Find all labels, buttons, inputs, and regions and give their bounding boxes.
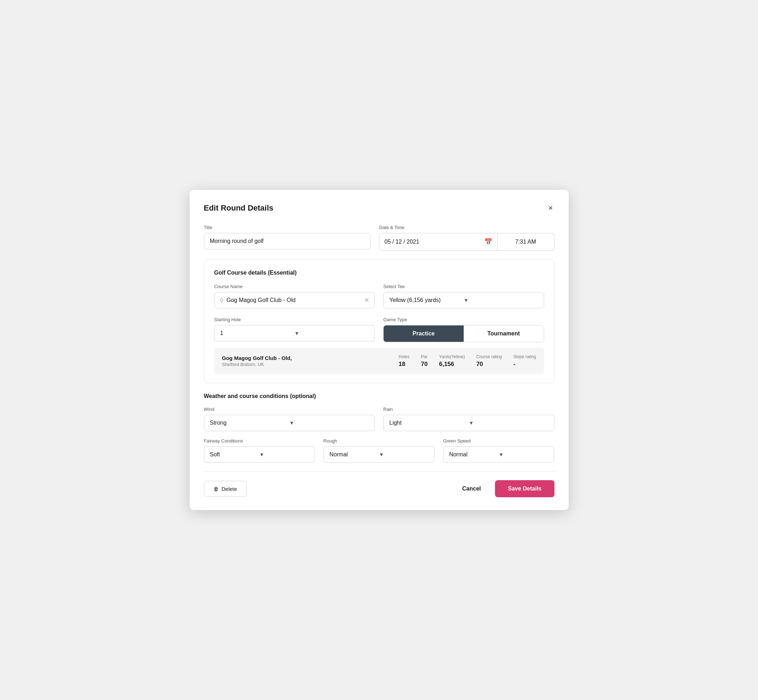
course-info-name-block: Gog Magog Golf Club - Old, Shelford Bott… [222, 355, 399, 367]
course-rating-stat: Course rating 70 [476, 354, 502, 368]
course-name-label: Course Name [214, 284, 375, 289]
rain-dropdown[interactable]: Light ▼ [383, 415, 554, 431]
rough-label: Rough [324, 438, 434, 444]
edit-round-modal: Edit Round Details × Title Date & Time 0… [190, 190, 568, 510]
delete-button[interactable]: 🗑 Delete [204, 481, 247, 497]
holes-stat: Holes 18 [399, 354, 410, 368]
date-time-inputs: 05 / 12 / 2021 📅 7:31 AM [379, 233, 554, 251]
divider [204, 471, 554, 472]
course-info-name: Gog Magog Golf Club - Old, [222, 355, 399, 361]
datetime-group: Date & Time 05 / 12 / 2021 📅 7:31 AM [379, 225, 554, 251]
chevron-down-icon: ▼ [498, 452, 548, 458]
chevron-down-icon: ▼ [469, 420, 548, 426]
date-value: 05 / 12 / 2021 [384, 239, 419, 245]
tournament-toggle-button[interactable]: Tournament [464, 325, 544, 342]
course-name-search[interactable]: ⚲ ✕ [214, 292, 375, 308]
green-speed-label: Green Speed [443, 438, 554, 444]
course-name-group: Course Name ⚲ ✕ [214, 284, 375, 308]
course-rating-value: 70 [476, 361, 502, 368]
slope-rating-value: - [513, 361, 536, 368]
slope-rating-stat: Slope rating - [513, 354, 536, 368]
chevron-down-icon: ▼ [464, 297, 538, 303]
title-label: Title [204, 225, 371, 230]
hole-gametype-row: Starting Hole 1 ▼ Game Type Practice Tou… [214, 317, 544, 342]
starting-hole-dropdown[interactable]: 1 ▼ [214, 325, 375, 341]
par-label: Par [421, 354, 428, 359]
select-tee-dropdown[interactable]: Yellow (6,156 yards) ▼ [383, 292, 544, 308]
chevron-down-icon: ▼ [289, 420, 369, 426]
rain-label: Rain [383, 406, 554, 412]
chevron-down-icon: ▼ [294, 330, 369, 336]
time-input[interactable]: 7:31 AM [498, 233, 554, 251]
wind-label: Wind [204, 406, 375, 412]
rough-dropdown[interactable]: Normal ▼ [324, 446, 434, 463]
rain-group: Rain Light ▼ [383, 406, 554, 431]
fairway-group: Fairway Conditions Soft ▼ [204, 438, 315, 463]
fairway-label: Fairway Conditions [204, 438, 315, 444]
golf-course-title: Golf Course details (Essential) [214, 270, 544, 276]
course-name-input[interactable] [227, 297, 362, 303]
rough-group: Rough Normal ▼ [324, 438, 434, 463]
yards-label: Yards(Yellow) [439, 354, 465, 359]
select-tee-label: Select Tee [383, 284, 544, 289]
starting-hole-label: Starting Hole [214, 317, 375, 322]
slope-rating-label: Slope rating [513, 354, 536, 359]
starting-hole-group: Starting Hole 1 ▼ [214, 317, 375, 341]
holes-value: 18 [399, 361, 410, 368]
course-tee-row: Course Name ⚲ ✕ Select Tee Yellow (6,156… [214, 284, 544, 308]
fairway-rough-green-row: Fairway Conditions Soft ▼ Rough Normal ▼… [204, 438, 554, 463]
course-stats: Holes 18 Par 70 Yards(Yellow) 6,156 Cour… [399, 354, 536, 368]
wind-rain-row: Wind Strong ▼ Rain Light ▼ [204, 406, 554, 431]
select-tee-group: Select Tee Yellow (6,156 yards) ▼ [383, 284, 544, 308]
practice-toggle-button[interactable]: Practice [384, 325, 464, 342]
modal-header: Edit Round Details × [204, 203, 554, 213]
weather-section: Weather and course conditions (optional)… [204, 393, 554, 463]
rain-value: Light [389, 420, 469, 426]
par-value: 70 [421, 361, 428, 368]
course-info-location: Shelford Bottom, UK [222, 362, 399, 367]
weather-section-title: Weather and course conditions (optional) [204, 393, 554, 400]
wind-group: Wind Strong ▼ [204, 406, 375, 431]
game-type-label: Game Type [383, 317, 544, 322]
wind-value: Strong [210, 420, 289, 426]
cancel-button[interactable]: Cancel [457, 482, 487, 495]
yards-stat: Yards(Yellow) 6,156 [439, 354, 465, 368]
golf-course-section: Golf Course details (Essential) Course N… [204, 259, 554, 383]
course-info-card: Gog Magog Golf Club - Old, Shelford Bott… [214, 348, 544, 374]
delete-label: Delete [222, 486, 237, 492]
green-speed-dropdown[interactable]: Normal ▼ [443, 446, 554, 463]
yards-value: 6,156 [439, 361, 465, 368]
title-input[interactable] [204, 233, 371, 249]
clear-icon[interactable]: ✕ [364, 296, 370, 304]
calendar-icon: 📅 [484, 238, 492, 246]
close-button[interactable]: × [547, 203, 554, 213]
chevron-down-icon: ▼ [260, 452, 309, 458]
wind-dropdown[interactable]: Strong ▼ [204, 415, 375, 431]
holes-label: Holes [399, 354, 410, 359]
footer-right: Cancel Save Details [457, 480, 554, 497]
fairway-dropdown[interactable]: Soft ▼ [204, 446, 315, 463]
game-type-toggle: Practice Tournament [383, 325, 544, 342]
green-speed-group: Green Speed Normal ▼ [443, 438, 554, 463]
trash-icon: 🗑 [213, 486, 219, 492]
course-rating-label: Course rating [476, 354, 502, 359]
select-tee-value: Yellow (6,156 yards) [389, 297, 464, 303]
time-value: 7:31 AM [515, 239, 536, 245]
save-button[interactable]: Save Details [495, 480, 554, 497]
par-stat: Par 70 [421, 354, 428, 368]
modal-title: Edit Round Details [204, 203, 274, 213]
rough-value: Normal [329, 452, 379, 458]
game-type-group: Game Type Practice Tournament [383, 317, 544, 342]
search-icon: ⚲ [219, 297, 224, 304]
footer-row: 🗑 Delete Cancel Save Details [204, 480, 554, 497]
fairway-value: Soft [210, 452, 260, 458]
datetime-label: Date & Time [379, 225, 554, 230]
title-group: Title [204, 225, 371, 249]
starting-hole-value: 1 [220, 330, 294, 336]
green-speed-value: Normal [449, 452, 498, 458]
title-datetime-row: Title Date & Time 05 / 12 / 2021 📅 7:31 … [204, 225, 554, 251]
chevron-down-icon: ▼ [379, 452, 429, 458]
date-input[interactable]: 05 / 12 / 2021 📅 [379, 233, 497, 251]
